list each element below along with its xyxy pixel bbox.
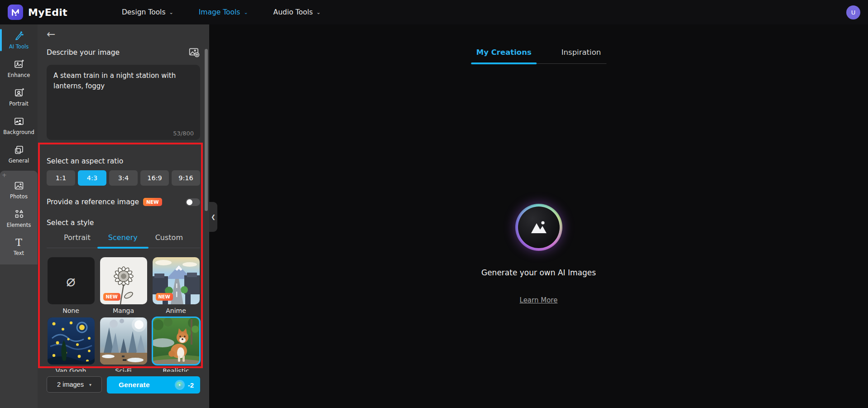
learn-more-link[interactable]: Learn More — [520, 296, 558, 304]
content-tabs: My Creations Inspiration — [471, 48, 606, 64]
sidebar-item-portrait[interactable]: Portrait — [0, 84, 38, 110]
empty-state-ring — [515, 204, 562, 251]
nav-menu-audio-tools[interactable]: Audio Tools ⌄ — [273, 8, 321, 16]
prompt-textarea[interactable]: A steam train in a night station with la… — [47, 65, 200, 140]
magic-wand-icon — [14, 30, 24, 41]
aspect-ratio-option-3-4[interactable]: 3:4 — [109, 170, 138, 186]
sidebar-item-photos[interactable]: Photos — [0, 177, 38, 203]
empty-state-title: Generate your own AI Images — [481, 268, 596, 277]
tab-inspiration[interactable]: Inspiration — [556, 48, 606, 63]
photos-icon — [14, 180, 24, 191]
none-icon: ⌀ — [48, 257, 95, 304]
new-badge: NEW — [103, 293, 120, 301]
nav-menu-image-tools[interactable]: Image Tools ⌄ — [199, 8, 248, 16]
brand-title: MyEdit — [28, 7, 67, 18]
style-tabs: Portrait Scenery Custom — [47, 231, 200, 248]
style-option-manga[interactable]: NEW Manga — [99, 257, 148, 314]
top-nav: MyEdit Design Tools ⌄ Image Tools ⌄ Audi… — [0, 0, 868, 24]
tab-scenery[interactable]: Scenery — [102, 231, 144, 248]
sidebar-item-ai-tools[interactable]: AI Tools — [0, 27, 38, 53]
panel-scroll-area: ← Describe your image A steam train in a… — [38, 24, 209, 372]
style-option-realistic[interactable]: Realistic — [152, 317, 200, 372]
sidebar: AI Tools Enhance Portrait — [0, 24, 38, 408]
back-button[interactable]: ← — [47, 29, 55, 39]
sidebar-item-elements[interactable]: Elements — [0, 206, 38, 231]
style-option-van-gogh[interactable]: Van Gogh — [47, 317, 95, 372]
aspect-ratio-option-4-3[interactable]: 4:3 — [78, 170, 106, 186]
nav-menu-design-tools[interactable]: Design Tools ⌄ — [122, 8, 173, 16]
myedit-logo-icon — [8, 5, 23, 20]
tab-portrait[interactable]: Portrait — [58, 231, 97, 248]
collapse-chevron-icon: ❮ — [211, 214, 216, 220]
caret-down-icon: ▾ — [89, 382, 91, 387]
tab-my-creations[interactable]: My Creations — [471, 48, 537, 63]
add-reference-image-icon[interactable] — [188, 47, 200, 58]
enhance-image-icon — [14, 59, 24, 70]
panel-collapse-handle[interactable]: ❮ — [209, 202, 217, 232]
style-grid: ⌀ None — [47, 257, 200, 372]
generate-button[interactable]: Generate ✦ -2 — [107, 376, 200, 394]
layers-icon — [14, 144, 24, 155]
myedit-app: MyEdit Design Tools ⌄ Image Tools ⌄ Audi… — [0, 0, 868, 408]
style-option-anime[interactable]: NEW Anime — [152, 257, 200, 314]
sidebar-item-background[interactable]: Background — [0, 113, 38, 139]
aspect-ratio-label: Select an aspect ratio — [47, 157, 200, 165]
panel-scrollbar[interactable] — [205, 49, 208, 211]
images-count-dropdown[interactable]: 2 images ▾ — [47, 376, 102, 393]
style-thumbnail-sci-fi — [100, 317, 147, 365]
credit-coin-icon: ✦ — [175, 380, 185, 390]
style-label: Select a style — [47, 219, 200, 227]
reference-image-label: Provide a reference image — [47, 198, 139, 206]
nav-menus: Design Tools ⌄ Image Tools ⌄ Audio Tools… — [122, 8, 321, 16]
aspect-ratio-option-16-9[interactable]: 16:9 — [140, 170, 169, 186]
sidebar-media-section: + Photos Elements — [0, 171, 38, 264]
tab-custom[interactable]: Custom — [149, 231, 189, 248]
new-badge: NEW — [143, 198, 162, 206]
chevron-down-icon: ⌄ — [244, 10, 248, 15]
toggle-knob — [187, 199, 192, 205]
aspect-ratio-group: 1:1 4:3 3:4 16:9 9:16 — [47, 170, 200, 186]
describe-label: Describe your image — [47, 48, 120, 57]
style-thumbnail-manga: NEW — [100, 257, 147, 304]
style-option-sci-fi[interactable]: Sci-Fi — [99, 317, 148, 372]
chevron-down-icon: ⌄ — [169, 10, 173, 15]
sidebar-spacer — [0, 264, 38, 408]
image-placeholder-icon — [529, 220, 548, 235]
brand[interactable]: MyEdit — [8, 5, 67, 20]
sidebar-item-general[interactable]: General — [0, 141, 38, 167]
sidebar-item-enhance[interactable]: Enhance — [0, 56, 38, 82]
portrait-icon — [14, 87, 24, 98]
char-counter: 53/800 — [173, 130, 194, 137]
style-thumbnail-van-gogh — [48, 317, 95, 365]
panel-footer: 2 images ▾ Generate ✦ -2 — [38, 372, 209, 408]
style-option-none[interactable]: ⌀ None — [47, 257, 95, 314]
style-thumbnail-realistic — [153, 317, 200, 365]
background-image-icon — [14, 116, 24, 127]
chevron-down-icon: ⌄ — [317, 10, 321, 15]
aspect-ratio-option-9-16[interactable]: 9:16 — [172, 170, 200, 186]
ai-image-panel: ← Describe your image A steam train in a… — [38, 24, 209, 408]
style-thumbnail-none: ⌀ — [48, 257, 95, 304]
empty-state: Generate your own AI Images Learn More — [209, 204, 868, 304]
main-content: My Creations Inspiration Generate your o… — [209, 24, 868, 408]
shapes-icon — [14, 209, 24, 220]
style-thumbnail-anime: NEW — [153, 257, 200, 304]
aspect-ratio-option-1-1[interactable]: 1:1 — [47, 170, 75, 186]
credit-cost: -2 — [188, 381, 194, 389]
new-badge: NEW — [156, 293, 173, 301]
text-tool-icon: T — [15, 238, 22, 248]
reference-toggle[interactable] — [186, 198, 200, 206]
user-avatar[interactable]: U — [846, 5, 860, 19]
sidebar-item-text[interactable]: T Text — [0, 234, 38, 260]
